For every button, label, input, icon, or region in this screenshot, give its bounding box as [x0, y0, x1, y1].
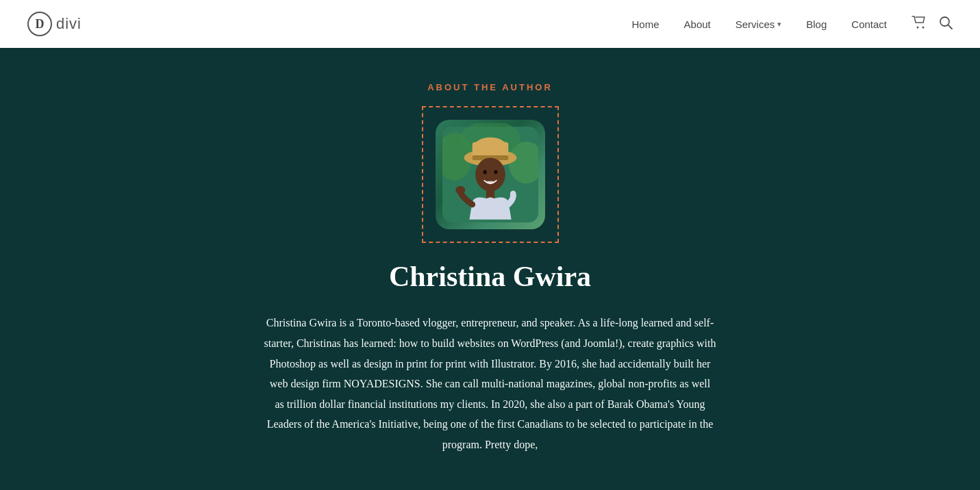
chevron-down-icon: ▾: [777, 20, 781, 29]
author-bio: Christina Gwira is a Toronto-based vlogg…: [264, 313, 716, 454]
nav-home[interactable]: Home: [632, 18, 659, 30]
nav-icons: [912, 16, 953, 33]
logo-letter: D: [36, 17, 45, 31]
svg-point-12: [475, 158, 505, 192]
site-logo[interactable]: D divi: [27, 12, 81, 36]
svg-line-3: [948, 25, 953, 29]
logo-circle: D: [27, 12, 52, 36]
nav-contact[interactable]: Contact: [851, 18, 887, 30]
svg-point-16: [455, 186, 465, 194]
author-section: ABOUT THE AUTHOR: [251, 48, 730, 490]
site-header: D divi Home About Services ▾ Blog Contac…: [0, 0, 980, 48]
section-label: ABOUT THE AUTHOR: [427, 82, 553, 92]
author-image: [436, 120, 545, 229]
search-icon[interactable]: [939, 16, 953, 33]
svg-point-1: [922, 26, 925, 28]
nav-blog[interactable]: Blog: [806, 18, 827, 30]
svg-point-13: [483, 170, 486, 174]
author-portrait-svg: [442, 123, 538, 226]
nav-about[interactable]: About: [684, 18, 711, 30]
main-nav: Home About Services ▾ Blog Contact: [632, 16, 953, 33]
svg-point-0: [917, 26, 919, 28]
author-image-container: [422, 106, 559, 243]
logo-name: divi: [56, 15, 81, 33]
svg-point-14: [494, 170, 497, 174]
author-name: Christina Gwira: [389, 259, 591, 294]
cart-icon[interactable]: [912, 16, 927, 33]
nav-services[interactable]: Services ▾: [736, 18, 782, 30]
